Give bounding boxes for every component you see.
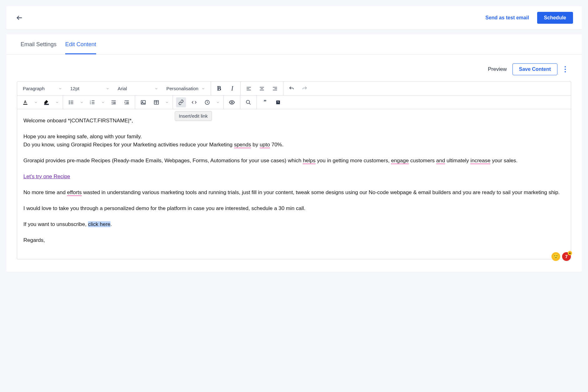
code-button[interactable] <box>189 97 199 107</box>
body-line: I would love to take you through a perso… <box>23 204 565 213</box>
clock-menu[interactable] <box>215 97 220 107</box>
text-color-button[interactable]: A <box>20 97 30 107</box>
numbered-list-menu[interactable] <box>100 97 105 107</box>
svg-rect-21 <box>71 103 73 104</box>
bullet-list-menu[interactable] <box>79 97 84 107</box>
tab-email-settings[interactable]: Email Settings <box>21 34 56 54</box>
save-content-button[interactable]: Save Content <box>512 63 557 75</box>
body-line: Welcome onboard *|CONTACT.FIRSTNAME|*, <box>23 117 565 125</box>
body-line: Do you know, using Grorapid Recipes for … <box>23 141 565 149</box>
notification-badge[interactable]: 7 + <box>562 252 571 261</box>
svg-point-44 <box>231 101 233 103</box>
link-tooltip: Insert/edit link <box>175 111 212 121</box>
svg-rect-36 <box>125 104 129 104</box>
schedule-button[interactable]: Schedule <box>537 12 573 24</box>
selected-text: click here <box>88 221 110 227</box>
insert-link-button[interactable]: Insert/edit link <box>176 97 186 107</box>
svg-rect-33 <box>125 100 129 101</box>
svg-point-17 <box>69 102 70 103</box>
redo-button[interactable] <box>300 84 310 94</box>
svg-rect-30 <box>113 103 116 103</box>
align-left-button[interactable] <box>244 84 254 94</box>
svg-marker-37 <box>125 101 125 103</box>
font-family-value: Arial <box>118 86 127 91</box>
fullscreen-button[interactable] <box>273 97 283 107</box>
svg-point-18 <box>69 103 70 104</box>
svg-rect-34 <box>126 102 129 102</box>
italic-button[interactable]: I <box>227 84 237 94</box>
personalisation-select[interactable]: Personalisation <box>164 84 208 93</box>
floating-badges: 🙂 7 + <box>551 252 571 261</box>
svg-point-3 <box>565 71 566 72</box>
preview-button[interactable]: Preview <box>488 66 507 72</box>
clock-icon-button[interactable] <box>202 97 212 107</box>
header-bar: Send as test email Schedule <box>6 6 582 29</box>
svg-point-39 <box>142 101 143 102</box>
svg-text:A: A <box>24 100 27 104</box>
svg-rect-28 <box>111 100 116 101</box>
svg-point-16 <box>69 100 70 101</box>
recipe-link[interactable]: Let's try one Recipe <box>23 174 70 179</box>
bullet-list-button[interactable] <box>66 97 76 107</box>
text-color-menu[interactable] <box>33 97 38 107</box>
svg-rect-26 <box>92 102 95 103</box>
body-line: Let's try one Recipe <box>23 173 565 181</box>
svg-rect-27 <box>92 103 95 104</box>
font-size-value: 12pt <box>70 86 79 91</box>
personalisation-label: Personalisation <box>166 86 198 91</box>
tab-edit-content[interactable]: Edit Content <box>65 34 96 54</box>
block-format-select[interactable]: Paragraph <box>20 84 65 93</box>
plus-icon: + <box>568 251 572 255</box>
align-center-button[interactable] <box>257 84 267 94</box>
toolbar-row-2: A 123 <box>17 96 571 109</box>
font-size-select[interactable]: 12pt <box>68 84 112 93</box>
rich-text-editor: Paragraph 12pt Arial Personalisatio <box>17 81 571 259</box>
numbered-list-button[interactable]: 123 <box>87 97 97 107</box>
svg-rect-20 <box>71 102 73 103</box>
svg-rect-14 <box>23 104 27 105</box>
body-line: If you want to unsubscribe, click here. <box>23 220 565 228</box>
font-family-select[interactable]: Arial <box>115 84 161 93</box>
block-format-value: Paragraph <box>23 86 45 91</box>
outdent-button[interactable] <box>109 97 119 107</box>
bold-button[interactable]: B <box>214 84 224 94</box>
table-menu[interactable] <box>164 97 169 107</box>
body-line: Hope you are keeping safe, along with yo… <box>23 133 565 141</box>
body-line: Grorapid provides pre-made Recipes (Read… <box>23 157 565 165</box>
body-line: Regards, <box>23 236 565 244</box>
back-button[interactable] <box>15 13 24 22</box>
svg-rect-25 <box>92 100 95 101</box>
emoji-icon[interactable]: 🙂 <box>551 252 560 261</box>
svg-marker-32 <box>111 101 112 103</box>
blockquote-button[interactable]: ” <box>260 97 270 107</box>
tabs: Email Settings Edit Content <box>6 34 582 55</box>
more-menu-button[interactable] <box>563 66 567 73</box>
highlight-button[interactable] <box>42 97 51 107</box>
undo-button[interactable] <box>287 84 296 94</box>
svg-text:3: 3 <box>90 103 91 105</box>
content-actions: Preview Save Content <box>6 55 582 81</box>
svg-point-2 <box>565 69 566 70</box>
svg-point-45 <box>246 100 250 104</box>
svg-rect-35 <box>126 103 129 103</box>
preview-eye-button[interactable] <box>227 97 237 107</box>
svg-rect-19 <box>71 100 73 101</box>
content-card: Email Settings Edit Content Preview Save… <box>6 34 582 272</box>
svg-line-46 <box>249 103 251 105</box>
align-right-button[interactable] <box>270 84 280 94</box>
svg-rect-15 <box>44 104 49 105</box>
body-line: No more time and efforts wasted in under… <box>23 189 565 197</box>
editor-body[interactable]: Welcome onboard *|CONTACT.FIRSTNAME|*, H… <box>17 109 571 259</box>
image-button[interactable] <box>138 97 148 107</box>
indent-button[interactable] <box>122 97 132 107</box>
table-button[interactable] <box>151 97 161 107</box>
svg-point-1 <box>565 66 566 67</box>
search-button[interactable] <box>243 97 253 107</box>
highlight-menu[interactable] <box>55 97 60 107</box>
toolbar-row-1: Paragraph 12pt Arial Personalisatio <box>17 82 571 96</box>
svg-rect-29 <box>113 102 116 102</box>
svg-rect-31 <box>111 104 116 104</box>
send-test-email-link[interactable]: Send as test email <box>482 12 532 23</box>
